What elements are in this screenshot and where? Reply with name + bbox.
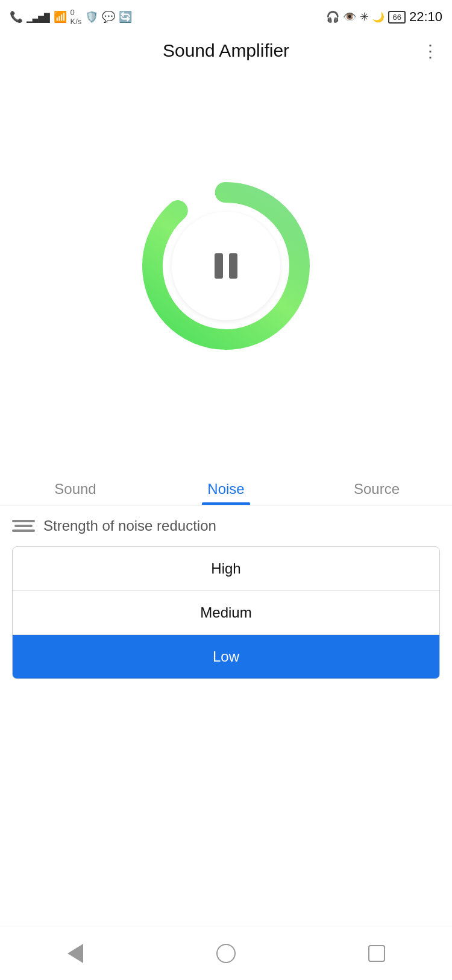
- phone-icon: 📞: [10, 10, 23, 24]
- wave-line-1: [12, 520, 35, 522]
- status-bar: 📞 ▁▃▅▇ 📶 0K/s 🛡️ 💬 🔄 🎧 👁️ ✳ 🌙 66 22:10: [0, 0, 452, 31]
- dropdown-low[interactable]: Low: [13, 635, 439, 678]
- wifi-icon: 📶: [54, 10, 67, 24]
- home-icon: [216, 944, 236, 963]
- eye-icon: 👁️: [343, 10, 356, 24]
- nav-home-button[interactable]: [208, 935, 244, 972]
- pause-bar-right: [229, 253, 237, 279]
- tab-source-label: Source: [354, 481, 400, 498]
- playback-circle[interactable]: [142, 182, 310, 350]
- wave-line-2: [14, 525, 33, 527]
- noise-header: Strength of noise reduction: [12, 517, 440, 534]
- dropdown-medium[interactable]: Medium: [13, 591, 439, 635]
- recent-icon: [368, 945, 385, 962]
- pause-icon: [215, 253, 237, 279]
- bluetooth-icon: ✳: [360, 10, 369, 24]
- nav-back-button[interactable]: [57, 935, 93, 972]
- menu-button[interactable]: ⋮: [422, 41, 440, 61]
- status-left-icons: 📞 ▁▃▅▇ 📶 0K/s 🛡️ 💬 🔄: [10, 8, 132, 26]
- tab-sound[interactable]: Sound: [0, 481, 151, 505]
- main-content: [0, 70, 452, 462]
- noise-section: Strength of noise reduction High Medium …: [0, 505, 452, 679]
- pause-button[interactable]: [172, 212, 280, 320]
- signal-icon: ▁▃▅▇: [27, 11, 50, 23]
- battery-icon: 66: [388, 11, 405, 24]
- wave-line-3: [12, 530, 35, 532]
- nav-recent-button[interactable]: [359, 935, 395, 972]
- data-speed: 0K/s: [71, 8, 82, 26]
- status-time: 22:10: [409, 9, 442, 25]
- tab-noise-label: Noise: [207, 481, 244, 498]
- guardian-icon: 🛡️: [85, 10, 98, 24]
- app-title: Sound Amplifier: [163, 40, 289, 61]
- sync-icon: 🔄: [119, 10, 132, 24]
- status-right-icons: 🎧 👁️ ✳ 🌙 66 22:10: [326, 9, 442, 25]
- toolbar: Sound Amplifier ⋮: [0, 31, 452, 70]
- back-icon: [67, 944, 83, 963]
- navigation-bar: [0, 926, 452, 980]
- pause-bar-left: [215, 253, 223, 279]
- noise-strength-dropdown[interactable]: High Medium Low: [12, 546, 440, 679]
- tab-sound-label: Sound: [54, 481, 96, 498]
- headset-icon: 🎧: [326, 10, 339, 24]
- dropdown-high[interactable]: High: [13, 547, 439, 591]
- noise-reduction-label: Strength of noise reduction: [43, 517, 216, 534]
- wave-icon: [12, 520, 35, 532]
- tab-indicator: [202, 502, 250, 505]
- moon-icon: 🌙: [372, 11, 385, 23]
- whatsapp-icon: 💬: [102, 10, 115, 24]
- tab-source[interactable]: Source: [301, 481, 452, 505]
- tabs-container: Sound Noise Source: [0, 462, 452, 505]
- tab-noise[interactable]: Noise: [151, 481, 301, 505]
